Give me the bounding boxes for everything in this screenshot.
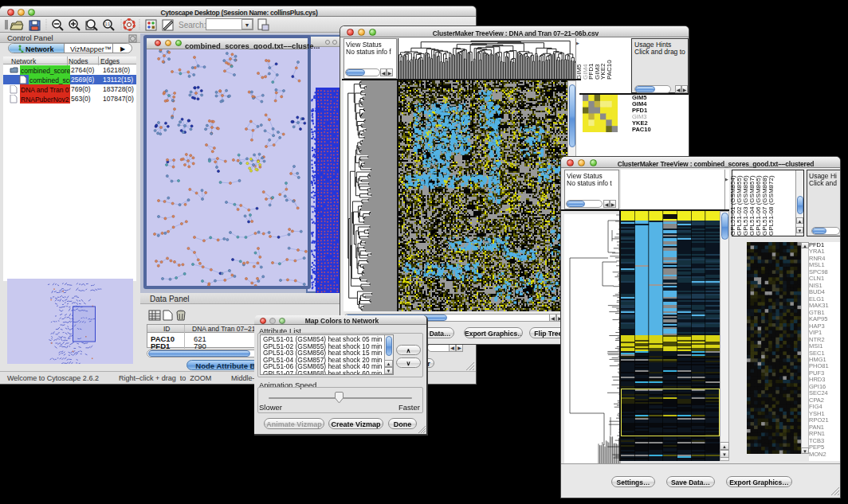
svg-text:1:1: 1:1: [105, 22, 111, 26]
